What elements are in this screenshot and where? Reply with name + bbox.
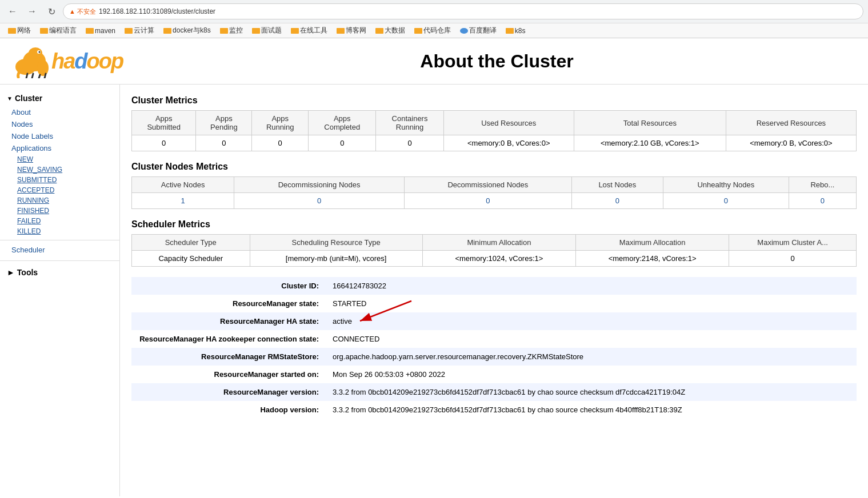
cluster-nodes-metrics-row: 1 0 0 0 0 0 <box>132 193 857 209</box>
bookmark-folder-icon <box>125 28 133 34</box>
forward-button[interactable]: → <box>24 3 40 19</box>
sidebar-item-scheduler[interactable]: Scheduler <box>0 244 119 256</box>
sidebar: ▼ Cluster About Nodes Node Labels Applic… <box>0 85 120 496</box>
col-apps-pending: AppsPending <box>196 111 252 135</box>
bookmark-label: 云计算 <box>134 26 154 35</box>
col-rebooted-nodes: Rebo... <box>789 177 856 193</box>
browser-toolbar: ← → ↻ ▲ 不安全 192.168.182.110:31089/cluste… <box>0 0 868 23</box>
bookmark-maven[interactable]: maven <box>82 26 119 36</box>
rm-ha-state-row: ResourceManager HA state: active <box>131 312 857 330</box>
sidebar-item-nodes[interactable]: Nodes <box>0 118 119 130</box>
main-layout: ▼ Cluster About Nodes Node Labels Applic… <box>0 85 868 496</box>
bookmark-network[interactable]: 网络 <box>5 25 34 37</box>
bookmark-k8s[interactable]: k8s <box>502 26 529 36</box>
col-scheduler-type: Scheduler Type <box>132 235 250 251</box>
address-bar[interactable]: ▲ 不安全 192.168.182.110:31089/cluster/clus… <box>63 3 863 19</box>
sidebar-divider-2 <box>0 260 119 261</box>
rm-state-store-label: ResourceManager RMStateStore: <box>131 348 326 366</box>
reload-button[interactable]: ↻ <box>43 3 59 19</box>
bookmark-folder-icon <box>337 28 345 34</box>
page-title-area: About the Cluster <box>137 51 857 72</box>
rm-ha-zk-label: ResourceManager HA zookeeper connection … <box>131 330 326 348</box>
col-decommissioning-nodes: Decommissioning Nodes <box>234 177 405 193</box>
total-resources-value: <memory:2.10 GB, vCores:1> <box>574 135 726 151</box>
rm-started-value: Mon Sep 26 00:53:03 +0800 2022 <box>326 366 857 383</box>
logo-text: hadoop <box>51 50 123 72</box>
rebooted-nodes-link[interactable]: 0 <box>821 196 825 205</box>
lost-nodes-link[interactable]: 0 <box>615 196 619 205</box>
bookmark-cloud[interactable]: 云计算 <box>121 25 158 37</box>
cluster-id-row: Cluster ID: 1664124783022 <box>131 277 857 295</box>
rm-ha-state-value: active <box>326 312 857 330</box>
sidebar-item-applications[interactable]: Applications <box>0 142 119 154</box>
bookmark-folder-icon <box>86 28 94 34</box>
bookmark-label: 代码仓库 <box>423 26 451 35</box>
rm-state-row: ResourceManager state: STARTED <box>131 295 857 312</box>
bookmark-label: 监控 <box>229 26 243 35</box>
containers-running-value: 0 <box>376 135 443 151</box>
sidebar-item-accepted[interactable]: ACCEPTED <box>0 185 119 195</box>
bookmark-label: 大数据 <box>385 26 405 35</box>
sidebar-item-new-saving[interactable]: NEW_SAVING <box>0 164 119 175</box>
bookmark-bigdata[interactable]: 大数据 <box>372 25 409 37</box>
col-scheduling-resource-type: Scheduling Resource Type <box>250 235 422 251</box>
svg-point-2 <box>37 60 49 76</box>
col-maximum-cluster-app: Maximum Cluster A... <box>729 235 857 251</box>
unhealthy-nodes-link[interactable]: 0 <box>724 196 728 205</box>
scheduler-type-value: Capacity Scheduler <box>132 251 250 267</box>
bookmark-label: 面试题 <box>261 26 282 35</box>
bookmarks-bar: 网络 编程语言 maven 云计算 docker与k8s 监控 面试题 在线工具… <box>0 23 868 38</box>
globe-icon <box>460 28 468 34</box>
tools-arrow-icon: ► <box>7 268 15 277</box>
sidebar-tools-label: Tools <box>17 268 38 277</box>
sidebar-item-failed[interactable]: FAILED <box>0 216 119 226</box>
page-container: hadoop About the Cluster ▼ Cluster About… <box>0 38 868 496</box>
bookmark-label: 博客网 <box>346 26 366 35</box>
browser-chrome: ← → ↻ ▲ 不安全 192.168.182.110:31089/cluste… <box>0 0 868 38</box>
sidebar-item-submitted[interactable]: SUBMITTED <box>0 175 119 185</box>
back-button[interactable]: ← <box>5 3 21 19</box>
sidebar-item-new[interactable]: NEW <box>0 154 119 164</box>
bookmark-folder-icon <box>40 28 48 34</box>
cluster-info-table: Cluster ID: 1664124783022 ResourceManage… <box>131 277 857 419</box>
bookmark-interview[interactable]: 面试题 <box>249 25 285 37</box>
red-arrow-annotation <box>354 295 423 330</box>
sidebar-cluster-header[interactable]: ▼ Cluster <box>0 90 119 106</box>
bookmark-programming[interactable]: 编程语言 <box>37 25 80 37</box>
sidebar-item-killed[interactable]: KILLED <box>0 226 119 236</box>
cluster-nodes-metrics-table: Active Nodes Decommissioning Nodes Decom… <box>131 176 857 209</box>
sidebar-item-about[interactable]: About <box>0 106 119 118</box>
rm-ha-state-text: active <box>333 317 352 326</box>
rm-ha-zk-row: ResourceManager HA zookeeper connection … <box>131 330 857 348</box>
lost-nodes-value: 0 <box>571 193 663 209</box>
page-title: About the Cluster <box>137 51 857 72</box>
sidebar-item-finished[interactable]: FINISHED <box>0 206 119 216</box>
content-area: Cluster Metrics AppsSubmitted AppsPendin… <box>120 85 868 496</box>
bookmark-folder-icon <box>506 28 514 34</box>
col-containers-running: ContainersRunning <box>376 111 443 135</box>
bookmark-docker[interactable]: docker与k8s <box>160 25 214 37</box>
cluster-id-value: 1664124783022 <box>326 277 857 295</box>
decommissioning-nodes-link[interactable]: 0 <box>317 196 321 205</box>
apps-completed-value: 0 <box>309 135 376 151</box>
bookmark-blog[interactable]: 博客网 <box>333 25 370 37</box>
bookmark-translate[interactable]: 百度翻译 <box>457 25 500 37</box>
sidebar-item-running[interactable]: RUNNING <box>0 195 119 206</box>
decommissioned-nodes-link[interactable]: 0 <box>486 196 490 205</box>
bookmark-monitor[interactable]: 监控 <box>217 25 246 37</box>
active-nodes-link[interactable]: 1 <box>181 196 185 205</box>
bookmark-label: maven <box>95 27 115 35</box>
col-active-nodes: Active Nodes <box>132 177 234 193</box>
col-minimum-allocation: Minimum Allocation <box>422 235 575 251</box>
rebooted-nodes-value: 0 <box>789 193 856 209</box>
sidebar-item-node-labels[interactable]: Node Labels <box>0 130 119 142</box>
bookmark-code[interactable]: 代码仓库 <box>411 25 454 37</box>
rm-version-row: ResourceManager version: 3.3.2 from 0bcb… <box>131 383 857 401</box>
sidebar-cluster-label: Cluster <box>15 94 42 103</box>
bookmark-folder-icon <box>252 28 260 34</box>
col-used-resources: Used Resources <box>443 111 574 135</box>
sidebar-tools-header[interactable]: ► Tools <box>0 264 119 280</box>
cluster-arrow-icon: ▼ <box>7 95 13 102</box>
bookmark-tools[interactable]: 在线工具 <box>287 25 331 37</box>
cluster-metrics-heading: Cluster Metrics <box>131 95 857 106</box>
